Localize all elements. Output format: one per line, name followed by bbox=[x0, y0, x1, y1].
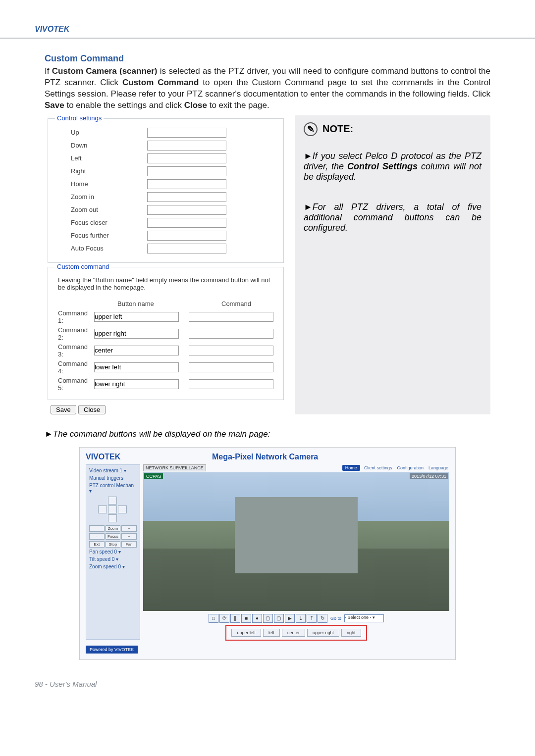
custom-command-desc: Leaving the "Button name" field empty me… bbox=[58, 276, 273, 291]
cmd-label-2: Command 3: bbox=[58, 343, 94, 358]
lv-tab-language[interactable]: Language bbox=[428, 465, 449, 471]
col-button-name: Button name bbox=[117, 300, 221, 307]
ctrl-input-2[interactable] bbox=[147, 153, 226, 163]
cmd-value-input-0[interactable] bbox=[189, 312, 273, 322]
lv-toolbar-icon-9[interactable]: ⤒ bbox=[307, 614, 317, 623]
ctrl-input-5[interactable] bbox=[147, 192, 226, 202]
zoom-btn-0[interactable]: - bbox=[89, 525, 105, 532]
note-panel: ✎ NOTE: ►If you select Pelco D protocol … bbox=[295, 115, 490, 414]
dpad-down[interactable] bbox=[108, 514, 117, 522]
ctrl-label-8: Focus further bbox=[58, 232, 147, 239]
lv-custom-button-4[interactable]: right bbox=[341, 629, 361, 637]
cmd-name-input-0[interactable] bbox=[94, 312, 179, 322]
lv-video-stream-value[interactable]: 1 bbox=[120, 468, 123, 473]
t: to enable the settings and click bbox=[64, 101, 184, 110]
dpad-left[interactable] bbox=[98, 505, 107, 513]
cmd-label-0: Command 1: bbox=[58, 309, 94, 324]
section-title: Custom Command bbox=[45, 53, 490, 64]
ctrl-input-3[interactable] bbox=[147, 166, 226, 176]
lv-zoom-value[interactable]: 0 bbox=[118, 564, 121, 569]
cmd-name-input-3[interactable] bbox=[94, 362, 179, 372]
ctrl-label-2: Left bbox=[58, 154, 147, 162]
ctrl-label-6: Zoom out bbox=[58, 206, 147, 213]
zoom-btn-1[interactable]: Zoom bbox=[106, 525, 121, 532]
lv-dpad[interactable] bbox=[98, 497, 128, 522]
lv-urlbox: NETWORK SURVEILLANCE bbox=[143, 464, 206, 471]
cmd-value-input-4[interactable] bbox=[189, 379, 273, 389]
lv-custom-buttons-highlight: upper leftleftcenterupper rightright bbox=[226, 626, 366, 640]
misc-btn-0[interactable]: Ext bbox=[89, 541, 105, 548]
lv-toolbar-icon-3[interactable]: ■ bbox=[241, 614, 251, 623]
lv-toolbar-icon-10[interactable]: ↻ bbox=[318, 614, 327, 623]
misc-btn-2[interactable]: Fan bbox=[121, 541, 137, 548]
lv-pan-label: Pan speed bbox=[89, 549, 113, 554]
lv-tilt-value[interactable]: 0 bbox=[112, 556, 115, 562]
t: Close bbox=[184, 101, 207, 110]
lv-tab-home[interactable]: Home bbox=[342, 465, 360, 471]
ctrl-input-7[interactable] bbox=[147, 218, 226, 228]
cmd-label-4: Command 5: bbox=[58, 377, 94, 392]
focus-btn-2[interactable]: + bbox=[121, 533, 137, 540]
ctrl-input-8[interactable] bbox=[147, 231, 226, 241]
liveview-screenshot: VIVOTEK Mega-Pixel Network Camera Video … bbox=[79, 447, 456, 660]
lv-title: Mega-Pixel Network Camera bbox=[212, 453, 318, 461]
ctrl-input-0[interactable] bbox=[147, 128, 226, 138]
dpad-home[interactable] bbox=[108, 505, 117, 513]
ctrl-label-9: Auto Focus bbox=[58, 245, 147, 252]
t: Control Settings bbox=[347, 161, 418, 171]
lv-goto-label: Go to bbox=[330, 616, 341, 621]
lv-goto-select[interactable]: - Select one - ▾ bbox=[344, 614, 384, 622]
lv-toolbar-icon-6[interactable]: ▢ bbox=[274, 614, 284, 623]
cmd-value-input-1[interactable] bbox=[189, 329, 273, 339]
cmd-name-input-1[interactable] bbox=[94, 329, 179, 339]
ctrl-label-7: Focus closer bbox=[58, 219, 147, 226]
lv-toolbar-icon-0[interactable]: □ bbox=[209, 614, 218, 623]
lv-ptz-value[interactable]: Mechan bbox=[116, 483, 134, 488]
lv-tab-client-settings[interactable]: Client settings bbox=[363, 465, 393, 471]
custom-command-fieldset: Custom command Leaving the "Button name"… bbox=[48, 267, 284, 400]
ctrl-label-5: Zoom in bbox=[58, 193, 147, 201]
lv-tab-configuration[interactable]: Configuration bbox=[396, 465, 425, 471]
zoom-btn-2[interactable]: + bbox=[121, 525, 137, 532]
lv-toolbar-icon-1[interactable]: ⟳ bbox=[219, 614, 229, 623]
cmd-name-input-4[interactable] bbox=[94, 379, 179, 389]
lv-ptz-label: PTZ control bbox=[89, 483, 115, 488]
lv-toolbar-icon-7[interactable]: ▶ bbox=[285, 614, 295, 623]
lv-custom-button-0[interactable]: upper left bbox=[231, 629, 261, 637]
t: For all PTZ drivers, a total of five add… bbox=[304, 202, 482, 233]
t: Custom Camera (scanner) bbox=[52, 66, 158, 76]
lv-toolbar-icon-5[interactable]: ▢ bbox=[263, 614, 273, 623]
cmd-value-input-2[interactable] bbox=[189, 346, 273, 355]
ctrl-input-4[interactable] bbox=[147, 179, 226, 189]
ctrl-label-4: Home bbox=[58, 180, 147, 188]
t: If bbox=[45, 66, 52, 76]
lv-custom-button-3[interactable]: upper right bbox=[307, 629, 339, 637]
t: Custom Command bbox=[122, 78, 199, 87]
close-button[interactable]: Close bbox=[78, 405, 106, 414]
ctrl-label-0: Up bbox=[58, 129, 147, 136]
cmd-name-input-2[interactable] bbox=[94, 346, 179, 355]
lv-toolbar-icon-2[interactable]: ‖ bbox=[230, 614, 240, 623]
lv-pan-value[interactable]: 0 bbox=[114, 549, 117, 554]
ctrl-input-1[interactable] bbox=[147, 141, 226, 151]
lv-video-timestamp: 2013/07/12 07:31 bbox=[410, 473, 448, 479]
dpad-right[interactable] bbox=[118, 505, 127, 513]
ctrl-input-6[interactable] bbox=[147, 205, 226, 215]
misc-btn-1[interactable]: Stop bbox=[106, 541, 121, 548]
note-icon: ✎ bbox=[304, 122, 318, 136]
lv-custom-button-2[interactable]: center bbox=[282, 629, 305, 637]
lv-toolbar-icon-8[interactable]: ⤓ bbox=[296, 614, 306, 623]
control-settings-legend: Control settings bbox=[55, 114, 104, 122]
save-button[interactable]: Save bbox=[51, 405, 76, 414]
lv-manual-triggers[interactable]: Manual triggers bbox=[89, 475, 137, 481]
ctrl-input-9[interactable] bbox=[147, 244, 226, 253]
ctrl-label-3: Right bbox=[58, 167, 147, 175]
dpad-up[interactable] bbox=[108, 497, 117, 504]
col-command: Command bbox=[221, 300, 251, 307]
lv-toolbar-icon-4[interactable]: ● bbox=[252, 614, 262, 623]
cmd-label-1: Command 2: bbox=[58, 326, 94, 341]
cmd-value-input-3[interactable] bbox=[189, 362, 273, 372]
focus-btn-0[interactable]: - bbox=[89, 533, 105, 540]
focus-btn-1[interactable]: Focus bbox=[106, 533, 121, 540]
lv-custom-button-1[interactable]: left bbox=[263, 629, 280, 637]
